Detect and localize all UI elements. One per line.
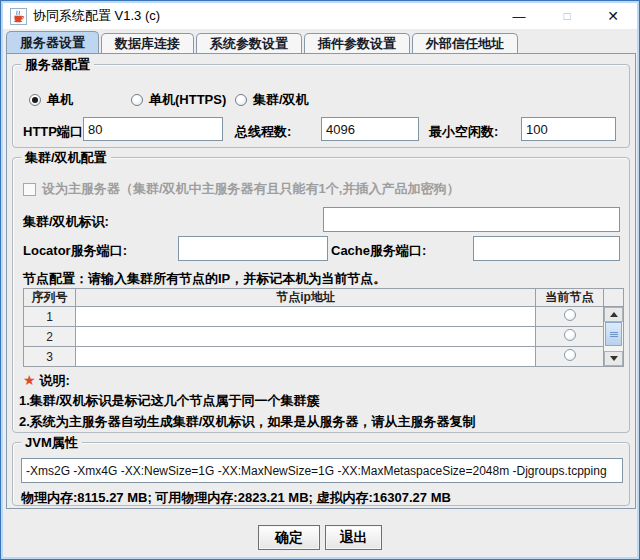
cache-port-label: Cache服务端口: bbox=[331, 242, 426, 260]
notes-title: 说明: bbox=[40, 373, 70, 388]
current-node-cell[interactable] bbox=[536, 347, 604, 367]
current-node-column-header: 当前节点 bbox=[536, 289, 604, 307]
window-title: 协同系统配置 V1.3 (c) bbox=[33, 7, 160, 25]
http-port-input[interactable] bbox=[83, 117, 223, 141]
radio-unselected-icon bbox=[131, 94, 143, 106]
server-config-group: 服务器配置 单机 单机(HTTPS) 集群/双机 HTTP端口: 总线程数: 最… bbox=[12, 64, 630, 148]
thread-count-label: 总线程数: bbox=[235, 123, 291, 141]
locator-port-input[interactable] bbox=[178, 236, 328, 261]
checkbox-unchecked-icon bbox=[23, 183, 36, 196]
jvm-group-title: JVM属性 bbox=[21, 434, 82, 452]
title-bar: 协同系统配置 V1.3 (c) — □ ✕ bbox=[3, 3, 637, 29]
jvm-args-input[interactable] bbox=[21, 458, 623, 483]
maximize-button[interactable]: □ bbox=[551, 3, 583, 29]
star-icon: ★ bbox=[23, 372, 36, 388]
cluster-config-group: 集群/双机配置 设为主服务器（集群/双机中主服务器有且只能有1个,并插入产品加密… bbox=[12, 157, 630, 433]
http-port-label: HTTP端口: bbox=[23, 123, 87, 141]
thread-count-input[interactable] bbox=[321, 117, 419, 141]
radio-unselected-icon bbox=[235, 94, 247, 106]
radio-standalone[interactable]: 单机 bbox=[29, 91, 73, 109]
node-table-header-row: 序列号 节点ip地址 当前节点 bbox=[24, 289, 624, 307]
server-config-group-title: 服务器配置 bbox=[21, 56, 94, 74]
node-config-hint: 节点配置：请输入集群所有节点的IP，并标记本机为当前节点。 bbox=[23, 270, 386, 288]
cluster-config-group-title: 集群/双机配置 bbox=[21, 149, 111, 167]
min-idle-label: 最小空闲数: bbox=[429, 123, 498, 141]
note-line-2: 2.系统为主服务器自动生成集群/双机标识，如果是从服务器，请从主服务器复制 bbox=[19, 413, 475, 431]
radio-https-label: 单机(HTTPS) bbox=[149, 91, 226, 109]
master-server-checkbox[interactable]: 设为主服务器（集群/双机中主服务器有且只能有1个,并插入产品加密狗） bbox=[23, 180, 459, 198]
locator-port-label: Locator服务端口: bbox=[23, 242, 127, 260]
close-button[interactable]: ✕ bbox=[597, 3, 629, 29]
tab-server-settings[interactable]: 服务器设置 bbox=[6, 31, 99, 54]
current-node-radio-icon bbox=[564, 309, 576, 321]
ok-button[interactable]: 确定 bbox=[258, 525, 320, 550]
minimize-icon: — bbox=[513, 9, 526, 24]
table-row: 2 bbox=[24, 327, 624, 347]
tab-external-trust[interactable]: 外部信任地址 bbox=[412, 33, 518, 54]
radio-standalone-https[interactable]: 单机(HTTPS) bbox=[131, 91, 226, 109]
master-server-checkbox-label: 设为主服务器（集群/双机中主服务器有且只能有1个,并插入产品加密狗） bbox=[42, 180, 459, 198]
current-node-cell[interactable] bbox=[536, 307, 604, 327]
maximize-icon: □ bbox=[563, 9, 570, 23]
current-node-radio-icon bbox=[564, 349, 576, 361]
scroll-up-icon bbox=[610, 312, 618, 317]
close-icon: ✕ bbox=[607, 8, 619, 24]
exit-button[interactable]: 退出 bbox=[325, 525, 382, 550]
table-row: 1 bbox=[24, 307, 624, 327]
radio-cluster[interactable]: 集群/双机 bbox=[235, 91, 309, 109]
node-ip-cell[interactable] bbox=[76, 307, 536, 327]
min-idle-input[interactable] bbox=[521, 117, 616, 141]
radio-cluster-label: 集群/双机 bbox=[253, 91, 309, 109]
current-node-radio-icon bbox=[564, 329, 576, 341]
minimize-button[interactable]: — bbox=[503, 3, 535, 29]
app-window: 协同系统配置 V1.3 (c) — □ ✕ 服务器设置 数据库连接 系统参数设置… bbox=[0, 0, 640, 560]
scroll-up-button[interactable] bbox=[604, 307, 623, 322]
node-ip-cell[interactable] bbox=[76, 327, 536, 347]
current-node-cell[interactable] bbox=[536, 327, 604, 347]
scrollbar-header-cell bbox=[604, 289, 624, 307]
scroll-down-icon bbox=[610, 356, 618, 361]
ip-column-header: 节点ip地址 bbox=[76, 289, 536, 307]
radio-selected-icon bbox=[29, 94, 41, 106]
table-row: 3 bbox=[24, 347, 624, 367]
scroll-down-button[interactable] bbox=[604, 351, 623, 366]
node-ip-cell[interactable] bbox=[76, 347, 536, 367]
row-seq: 2 bbox=[24, 327, 76, 347]
node-table: 序列号 节点ip地址 当前节点 1 bbox=[23, 288, 624, 367]
table-scrollbar[interactable] bbox=[604, 307, 623, 366]
cluster-id-label: 集群/双机标识: bbox=[23, 213, 109, 231]
tab-content-panel: 服务器配置 单机 单机(HTTPS) 集群/双机 HTTP端口: 总线程数: 最… bbox=[6, 53, 636, 509]
tab-database-connection[interactable]: 数据库连接 bbox=[101, 33, 194, 54]
row-seq: 1 bbox=[24, 307, 76, 327]
table-scrollbar-cell bbox=[604, 307, 624, 367]
jvm-group: JVM属性 物理内存:8115.27 MB; 可用物理内存:2823.21 MB… bbox=[12, 442, 630, 506]
cluster-id-input[interactable] bbox=[323, 207, 620, 232]
tab-plugin-params[interactable]: 插件参数设置 bbox=[304, 33, 410, 54]
java-coffee-icon bbox=[10, 8, 27, 25]
row-seq: 3 bbox=[24, 347, 76, 367]
notes-title-row: ★说明: bbox=[23, 372, 70, 390]
tab-system-params[interactable]: 系统参数设置 bbox=[196, 33, 302, 54]
seq-column-header: 序列号 bbox=[24, 289, 76, 307]
memory-info: 物理内存:8115.27 MB; 可用物理内存:2823.21 MB; 虚拟内存… bbox=[21, 489, 451, 507]
tab-bar: 服务器设置 数据库连接 系统参数设置 插件参数设置 外部信任地址 bbox=[6, 31, 520, 54]
radio-standalone-label: 单机 bbox=[47, 91, 73, 109]
note-line-1: 1.集群/双机标识是标记这几个节点属于同一个集群簇 bbox=[19, 392, 319, 410]
scrollbar-thumb[interactable] bbox=[605, 322, 622, 346]
cache-port-input[interactable] bbox=[473, 236, 620, 261]
